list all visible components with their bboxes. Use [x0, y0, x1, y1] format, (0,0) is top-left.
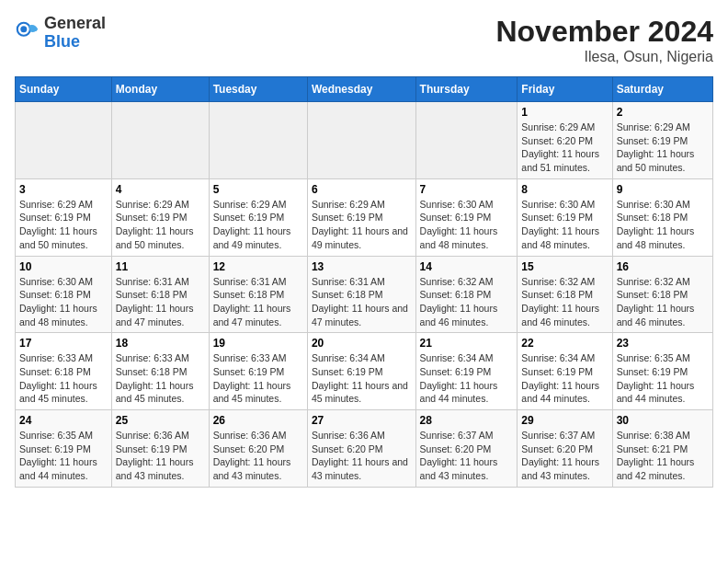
calendar-day: 13Sunrise: 6:31 AM Sunset: 6:18 PM Dayli…	[307, 256, 415, 333]
logo-blue: Blue	[44, 33, 106, 52]
calendar-day: 14Sunrise: 6:32 AM Sunset: 6:18 PM Dayli…	[415, 256, 518, 333]
day-number: 11	[116, 260, 205, 273]
day-number: 19	[213, 337, 303, 350]
day-number: 24	[19, 414, 108, 427]
day-number: 20	[312, 337, 412, 350]
calendar-header-row: SundayMondayTuesdayWednesdayThursdayFrid…	[16, 77, 713, 102]
day-number: 25	[116, 414, 205, 427]
day-info: Sunrise: 6:30 AM Sunset: 6:18 PM Dayligh…	[19, 275, 108, 329]
day-info: Sunrise: 6:33 AM Sunset: 6:18 PM Dayligh…	[19, 351, 108, 406]
day-number: 12	[213, 260, 303, 273]
calendar-day: 4Sunrise: 6:29 AM Sunset: 6:19 PM Daylig…	[111, 178, 209, 256]
calendar-day: 2Sunrise: 6:29 AM Sunset: 6:19 PM Daylig…	[612, 102, 712, 179]
day-info: Sunrise: 6:30 AM Sunset: 6:19 PM Dayligh…	[420, 198, 514, 252]
day-info: Sunrise: 6:34 AM Sunset: 6:19 PM Dayligh…	[521, 351, 608, 406]
day-info: Sunrise: 6:35 AM Sunset: 6:19 PM Dayligh…	[19, 429, 108, 483]
calendar-week-1: 1Sunrise: 6:29 AM Sunset: 6:20 PM Daylig…	[16, 102, 713, 179]
day-info: Sunrise: 6:32 AM Sunset: 6:18 PM Dayligh…	[617, 275, 709, 329]
day-info: Sunrise: 6:35 AM Sunset: 6:19 PM Dayligh…	[617, 351, 709, 406]
day-number: 21	[420, 337, 514, 350]
calendar-title: November 2024	[495, 15, 713, 49]
day-info: Sunrise: 6:36 AM Sunset: 6:20 PM Dayligh…	[312, 429, 412, 483]
page-header: General Blue November 2024 Ilesa, Osun, …	[15, 15, 713, 65]
header-friday: Friday	[518, 77, 612, 102]
title-section: November 2024 Ilesa, Osun, Nigeria	[495, 15, 713, 65]
day-info: Sunrise: 6:33 AM Sunset: 6:19 PM Dayligh…	[213, 351, 303, 406]
logo-text: General Blue	[44, 15, 106, 52]
day-number: 3	[19, 183, 108, 196]
day-info: Sunrise: 6:30 AM Sunset: 6:19 PM Dayligh…	[521, 198, 608, 252]
calendar-day: 22Sunrise: 6:34 AM Sunset: 6:19 PM Dayli…	[518, 333, 612, 410]
day-number: 8	[521, 183, 608, 196]
day-number: 13	[312, 260, 412, 273]
day-number: 14	[420, 260, 514, 273]
calendar-day: 3Sunrise: 6:29 AM Sunset: 6:19 PM Daylig…	[16, 178, 112, 256]
header-sunday: Sunday	[16, 77, 112, 102]
calendar-day: 21Sunrise: 6:34 AM Sunset: 6:19 PM Dayli…	[415, 333, 518, 410]
day-info: Sunrise: 6:29 AM Sunset: 6:19 PM Dayligh…	[213, 198, 303, 252]
calendar-day	[111, 102, 209, 179]
day-number: 28	[420, 414, 514, 427]
day-info: Sunrise: 6:29 AM Sunset: 6:19 PM Dayligh…	[116, 198, 205, 252]
calendar-week-2: 3Sunrise: 6:29 AM Sunset: 6:19 PM Daylig…	[16, 178, 713, 256]
calendar-day	[16, 102, 112, 179]
calendar-day: 26Sunrise: 6:36 AM Sunset: 6:20 PM Dayli…	[209, 410, 307, 488]
calendar-day: 5Sunrise: 6:29 AM Sunset: 6:19 PM Daylig…	[209, 178, 307, 256]
day-number: 15	[521, 260, 608, 273]
day-info: Sunrise: 6:29 AM Sunset: 6:20 PM Dayligh…	[521, 121, 608, 175]
day-info: Sunrise: 6:29 AM Sunset: 6:19 PM Dayligh…	[19, 198, 108, 252]
calendar-day	[307, 102, 415, 179]
calendar-day: 6Sunrise: 6:29 AM Sunset: 6:19 PM Daylig…	[307, 178, 415, 256]
day-info: Sunrise: 6:36 AM Sunset: 6:19 PM Dayligh…	[116, 429, 205, 483]
calendar-week-4: 17Sunrise: 6:33 AM Sunset: 6:18 PM Dayli…	[16, 333, 713, 410]
day-info: Sunrise: 6:29 AM Sunset: 6:19 PM Dayligh…	[312, 198, 412, 252]
day-number: 10	[19, 260, 108, 273]
calendar-day: 19Sunrise: 6:33 AM Sunset: 6:19 PM Dayli…	[209, 333, 307, 410]
day-number: 23	[617, 337, 709, 350]
calendar-day: 8Sunrise: 6:30 AM Sunset: 6:19 PM Daylig…	[518, 178, 612, 256]
day-info: Sunrise: 6:30 AM Sunset: 6:18 PM Dayligh…	[617, 198, 709, 252]
calendar-day: 17Sunrise: 6:33 AM Sunset: 6:18 PM Dayli…	[16, 333, 112, 410]
header-tuesday: Tuesday	[209, 77, 307, 102]
calendar-day: 27Sunrise: 6:36 AM Sunset: 6:20 PM Dayli…	[307, 410, 415, 488]
calendar-day: 28Sunrise: 6:37 AM Sunset: 6:20 PM Dayli…	[415, 410, 518, 488]
calendar-subtitle: Ilesa, Osun, Nigeria	[495, 49, 713, 65]
calendar-day: 24Sunrise: 6:35 AM Sunset: 6:19 PM Dayli…	[16, 410, 112, 488]
header-saturday: Saturday	[612, 77, 712, 102]
calendar-body: 1Sunrise: 6:29 AM Sunset: 6:20 PM Daylig…	[16, 102, 713, 488]
day-info: Sunrise: 6:37 AM Sunset: 6:20 PM Dayligh…	[420, 429, 514, 483]
day-info: Sunrise: 6:29 AM Sunset: 6:19 PM Dayligh…	[617, 121, 709, 175]
day-number: 30	[617, 414, 709, 427]
header-wednesday: Wednesday	[307, 77, 415, 102]
logo-general: General	[44, 15, 106, 33]
day-info: Sunrise: 6:37 AM Sunset: 6:20 PM Dayligh…	[521, 429, 608, 483]
calendar-day: 29Sunrise: 6:37 AM Sunset: 6:20 PM Dayli…	[518, 410, 612, 488]
calendar-day: 10Sunrise: 6:30 AM Sunset: 6:18 PM Dayli…	[16, 256, 112, 333]
day-number: 1	[521, 106, 608, 119]
day-info: Sunrise: 6:38 AM Sunset: 6:21 PM Dayligh…	[617, 429, 709, 483]
day-number: 17	[19, 337, 108, 350]
calendar-day: 15Sunrise: 6:32 AM Sunset: 6:18 PM Dayli…	[518, 256, 612, 333]
header-monday: Monday	[111, 77, 209, 102]
calendar-day: 16Sunrise: 6:32 AM Sunset: 6:18 PM Dayli…	[612, 256, 712, 333]
day-number: 9	[617, 183, 709, 196]
day-info: Sunrise: 6:36 AM Sunset: 6:20 PM Dayligh…	[213, 429, 303, 483]
calendar-day: 25Sunrise: 6:36 AM Sunset: 6:19 PM Dayli…	[111, 410, 209, 488]
header-thursday: Thursday	[415, 77, 518, 102]
calendar-day: 20Sunrise: 6:34 AM Sunset: 6:19 PM Dayli…	[307, 333, 415, 410]
day-number: 22	[521, 337, 608, 350]
day-number: 18	[116, 337, 205, 350]
day-info: Sunrise: 6:34 AM Sunset: 6:19 PM Dayligh…	[312, 351, 412, 406]
calendar-day: 1Sunrise: 6:29 AM Sunset: 6:20 PM Daylig…	[518, 102, 612, 179]
calendar-day: 18Sunrise: 6:33 AM Sunset: 6:18 PM Dayli…	[111, 333, 209, 410]
calendar-week-3: 10Sunrise: 6:30 AM Sunset: 6:18 PM Dayli…	[16, 256, 713, 333]
day-info: Sunrise: 6:32 AM Sunset: 6:18 PM Dayligh…	[420, 275, 514, 329]
day-number: 29	[521, 414, 608, 427]
calendar-day: 9Sunrise: 6:30 AM Sunset: 6:18 PM Daylig…	[612, 178, 712, 256]
svg-point-1	[20, 26, 27, 32]
day-info: Sunrise: 6:31 AM Sunset: 6:18 PM Dayligh…	[116, 275, 205, 329]
calendar-day: 30Sunrise: 6:38 AM Sunset: 6:21 PM Dayli…	[612, 410, 712, 488]
calendar-day: 23Sunrise: 6:35 AM Sunset: 6:19 PM Dayli…	[612, 333, 712, 410]
day-number: 16	[617, 260, 709, 273]
calendar-table: SundayMondayTuesdayWednesdayThursdayFrid…	[15, 76, 713, 488]
